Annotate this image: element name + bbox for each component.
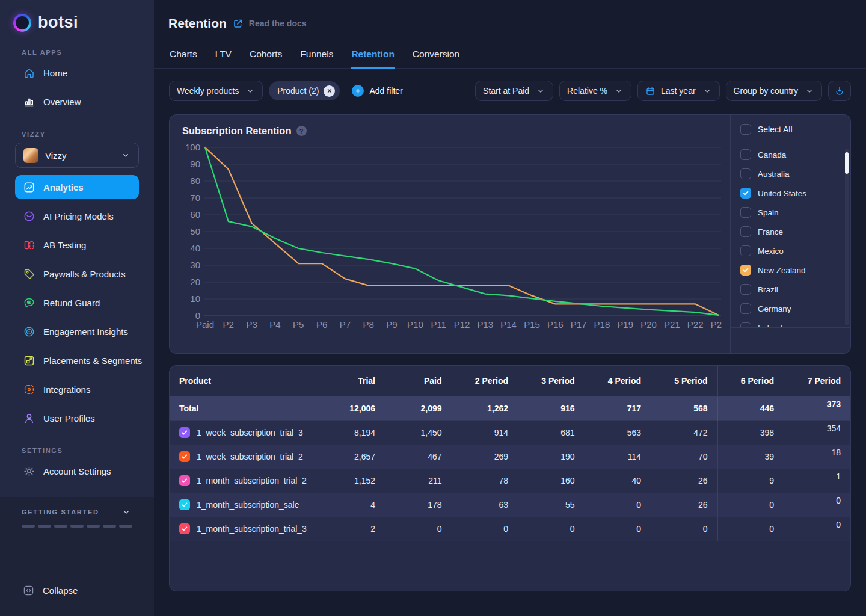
country-scrollbar-track[interactable] <box>845 149 849 325</box>
cell-value: 8,194 <box>319 420 385 445</box>
export-download-button[interactable] <box>828 81 851 101</box>
tab-conversion[interactable]: Conversion <box>412 43 460 69</box>
table-row-1-month-subscription-trial-2[interactable]: 1_month_subscription_trial_21,1522117816… <box>170 469 850 493</box>
table-row-1-month-subscription-sale[interactable]: 1_month_subscription_sale4178635502600 <box>170 493 850 517</box>
country-scrollbar-thumb[interactable] <box>845 152 849 174</box>
sidebar-item-refund-guard[interactable]: Refund Guard <box>15 291 139 315</box>
chevron-down-icon <box>702 86 712 96</box>
group-by-select[interactable]: Group by country <box>726 81 822 101</box>
country-checkbox[interactable] <box>740 226 751 237</box>
sidebar-item-ai-pricing-models[interactable]: AI Pricing Models <box>15 204 139 228</box>
country-checkbox-checked[interactable] <box>740 188 751 199</box>
getting-started-step <box>87 525 100 528</box>
country-checkbox[interactable] <box>740 284 751 295</box>
app-selector[interactable]: Vizzy <box>15 143 139 168</box>
date-range-select[interactable]: Last year <box>637 81 720 101</box>
tab-cohorts[interactable]: Cohorts <box>249 43 283 69</box>
product-checkbox-checked[interactable] <box>179 475 190 486</box>
country-panel-footer <box>731 328 850 353</box>
relative-percent-select[interactable]: Relative % <box>559 81 631 101</box>
sidebar-item-label: Analytics <box>43 182 84 192</box>
sidebar-item-label: Account Settings <box>43 466 111 476</box>
select-all-row[interactable]: Select All <box>731 115 850 143</box>
svg-text:P20: P20 <box>640 319 657 330</box>
sidebar-item-placements-segments[interactable]: Placements & Segments <box>15 348 139 372</box>
retention-line-chart: 0102030405060708090100PaidP2P3P4P5P6P7P8… <box>182 140 722 332</box>
country-item-france[interactable]: France <box>731 222 850 241</box>
tab-funnels[interactable]: Funnels <box>299 43 334 69</box>
country-checkbox[interactable] <box>740 303 751 314</box>
cell-value: 0 <box>452 517 518 541</box>
table-row-1-week-subscription-trial-2[interactable]: 1_week_subscription_trial_22,65746726919… <box>170 445 850 469</box>
country-item-spain[interactable]: Spain <box>731 203 850 222</box>
read-the-docs-link[interactable]: Read the docs <box>249 19 307 28</box>
chevron-down-icon <box>614 86 624 96</box>
collapse-sidebar-button[interactable]: Collapse <box>0 584 154 616</box>
tab-ltv[interactable]: LTV <box>215 43 232 69</box>
product-checkbox-checked[interactable] <box>179 451 190 462</box>
cell-value: 63 <box>452 493 518 517</box>
sidebar-item-overview[interactable]: Overview <box>15 90 139 114</box>
country-item-new-zealand[interactable]: New Zealand <box>731 260 850 280</box>
product-name: 1_month_subscription_trial_2 <box>197 476 307 485</box>
svg-text:70: 70 <box>190 192 200 203</box>
sidebar-item-ab-testing[interactable]: AB Testing <box>15 233 139 257</box>
cell-value: 55 <box>518 493 585 517</box>
country-item-australia[interactable]: Australia <box>731 164 850 183</box>
country-checkbox[interactable] <box>740 168 751 179</box>
country-checkbox[interactable] <box>740 207 751 218</box>
sidebar-item-engagement-insights[interactable]: Engagement Insights <box>15 319 139 343</box>
svg-text:10: 10 <box>190 294 200 304</box>
country-item-canada[interactable]: Canada <box>731 145 850 164</box>
svg-text:P22: P22 <box>687 319 704 330</box>
sidebar-item-user-profiles[interactable]: User Profiles <box>15 406 139 430</box>
column-header-product: Product <box>170 366 319 396</box>
country-label: United States <box>758 189 806 198</box>
product-filter-chip[interactable]: Product (2) <box>269 81 340 100</box>
app-logo[interactable]: botsi <box>0 0 154 32</box>
cell-value: 467 <box>385 445 452 469</box>
tab-bar: ChartsLTVCohortsFunnelsRetentionConversi… <box>154 43 866 69</box>
sidebar-item-analytics[interactable]: Analytics <box>15 175 139 199</box>
cell-value: 0 <box>385 517 452 541</box>
product-checkbox-checked[interactable] <box>179 427 190 438</box>
remove-product-filter-button[interactable] <box>324 85 335 97</box>
country-label: Canada <box>758 150 786 159</box>
cell-value: 0 <box>784 517 851 541</box>
tab-charts[interactable]: Charts <box>169 43 198 69</box>
sidebar-item-label: Home <box>43 68 67 78</box>
product-checkbox-checked[interactable] <box>179 523 190 534</box>
country-item-united-states[interactable]: United States <box>731 183 850 203</box>
help-icon[interactable]: ? <box>296 126 307 136</box>
sidebar-item-home[interactable]: Home <box>15 61 139 85</box>
eye-target-icon <box>23 325 35 338</box>
table-row-1-week-subscription-trial-3[interactable]: 1_week_subscription_trial_38,1941,450914… <box>170 420 850 445</box>
product-checkbox-checked[interactable] <box>179 499 190 510</box>
country-checkbox-checked[interactable] <box>740 265 751 276</box>
sidebar-item-integrations[interactable]: Integrations <box>15 377 139 401</box>
country-checkbox[interactable] <box>740 322 751 328</box>
country-item-mexico[interactable]: Mexico <box>731 241 850 260</box>
sidebar-item-paywalls-products[interactable]: Paywalls & Products <box>15 262 139 286</box>
smile-circle-icon <box>23 210 35 223</box>
getting-started-toggle[interactable]: GETTING STARTED <box>0 507 154 517</box>
external-link-icon[interactable] <box>232 18 244 29</box>
country-item-germany[interactable]: Germany <box>731 299 850 318</box>
country-checkbox[interactable] <box>740 245 751 256</box>
weekly-products-select[interactable]: Weekly products <box>169 81 263 101</box>
filter-bar: Weekly products Product (2) Add filter S… <box>154 69 866 101</box>
table-header-row: ProductTrialPaid2 Period3 Period4 Period… <box>170 366 850 396</box>
getting-started-step <box>103 525 116 528</box>
select-all-checkbox[interactable] <box>740 124 751 135</box>
add-filter-button[interactable]: Add filter <box>352 85 402 97</box>
sidebar-item-account-settings[interactable]: Account Settings <box>15 459 139 483</box>
country-item-ireland[interactable]: Ireland <box>731 318 850 328</box>
country-checkbox[interactable] <box>740 149 751 160</box>
tab-retention[interactable]: Retention <box>351 43 395 69</box>
cell-value: 0 <box>585 517 651 541</box>
table-row-1-month-subscription-trial-3[interactable]: 1_month_subscription_trial_320000000 <box>170 517 850 541</box>
cell-value: 354 <box>784 420 851 445</box>
country-item-brazil[interactable]: Brazil <box>731 280 850 299</box>
start-at-select[interactable]: Start at Paid <box>475 81 553 101</box>
table-body: Total12,0062,0991,2629167175684463731_we… <box>170 396 850 541</box>
